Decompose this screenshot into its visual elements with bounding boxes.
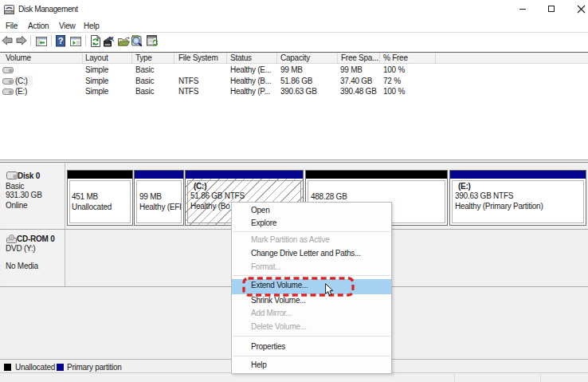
svg-text:?: ? (58, 36, 64, 45)
